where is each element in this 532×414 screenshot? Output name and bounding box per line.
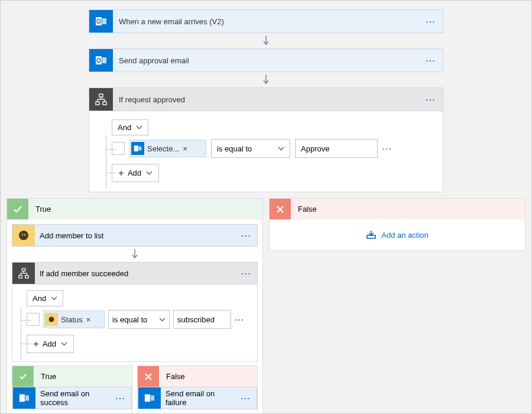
- more-menu[interactable]: ···: [235, 394, 257, 403]
- action-label: Add member to list: [35, 231, 236, 240]
- more-menu[interactable]: ···: [110, 394, 131, 403]
- action-label: Send email on failure: [161, 389, 235, 407]
- chevron-down-icon: [61, 342, 67, 346]
- x-icon: [138, 366, 159, 387]
- chevron-down-icon: [51, 296, 57, 300]
- svg-rect-15: [134, 145, 138, 151]
- operator-label: is equal to: [217, 144, 252, 153]
- add-action-button[interactable]: Add an action: [12, 409, 132, 414]
- chevron-down-icon: [278, 147, 284, 151]
- svg-rect-1: [102, 18, 106, 24]
- add-label: Add: [43, 339, 56, 348]
- svg-rect-23: [25, 276, 28, 279]
- flow-arrow-icon: [261, 33, 271, 48]
- comparison-value-input[interactable]: Approve: [295, 139, 378, 158]
- svg-rect-35: [145, 394, 150, 402]
- more-menu[interactable]: ···: [236, 231, 257, 240]
- action-send-email-success[interactable]: Send email on success ···: [12, 387, 132, 409]
- comparison-operator-dropdown[interactable]: is equal to: [211, 139, 290, 158]
- token-label: Status: [61, 315, 83, 324]
- more-menu[interactable]: ···: [419, 56, 443, 65]
- x-icon: [270, 199, 291, 220]
- trigger-email-arrives[interactable]: O When a new email arrives (V2) ···: [89, 9, 443, 33]
- row-checkbox[interactable]: [112, 142, 125, 155]
- add-label: Add: [128, 169, 141, 177]
- svg-text:O: O: [96, 18, 101, 25]
- mailchimp-icon: [45, 313, 58, 326]
- condition-request-approved[interactable]: If request approved ···: [89, 88, 443, 111]
- logic-label: And: [118, 123, 131, 132]
- logic-operator-dropdown[interactable]: And: [27, 290, 63, 306]
- value-text: subscribed: [177, 315, 215, 324]
- condition-title: If request approved: [113, 95, 419, 104]
- svg-rect-30: [25, 396, 29, 401]
- add-action-icon: [366, 230, 377, 240]
- action-send-email-failure[interactable]: Send email on failure ···: [138, 387, 257, 409]
- operator-label: is equal to: [112, 315, 147, 324]
- svg-rect-29: [20, 394, 25, 402]
- condition-add-member-succeeded[interactable]: If add member succeeded ···: [12, 262, 258, 284]
- branch-false-header: False: [269, 198, 525, 219]
- branch-true-label: True: [41, 372, 56, 381]
- condition-title: If add member succeeded: [35, 269, 236, 278]
- svg-text:O: O: [96, 57, 101, 64]
- outlook-icon: O: [89, 10, 113, 33]
- remove-token-icon[interactable]: ×: [183, 144, 187, 153]
- svg-rect-36: [151, 396, 154, 401]
- svg-rect-22: [19, 276, 22, 279]
- dynamic-token-status[interactable]: Status ×: [43, 310, 105, 328]
- add-row-button[interactable]: + Add: [27, 335, 74, 353]
- row-more-menu[interactable]: ···: [382, 144, 392, 153]
- outlook-icon: [138, 387, 161, 409]
- dynamic-token-selected[interactable]: Selecte... ×: [129, 140, 206, 157]
- trigger-label: When a new email arrives (V2): [113, 17, 419, 26]
- logic-operator-dropdown[interactable]: And: [112, 119, 148, 135]
- logic-label: And: [33, 294, 46, 303]
- action-send-approval[interactable]: O Send approval email ···: [89, 48, 443, 72]
- svg-point-18: [22, 234, 23, 235]
- condition-icon: [12, 263, 35, 284]
- condition-icon: [89, 88, 113, 111]
- svg-rect-21: [22, 269, 25, 271]
- svg-point-28: [49, 317, 54, 322]
- comparison-operator-dropdown[interactable]: is equal to: [108, 310, 170, 329]
- row-more-menu[interactable]: ···: [235, 315, 245, 324]
- svg-point-17: [19, 231, 28, 240]
- add-action-button[interactable]: Add an action: [274, 224, 520, 245]
- more-menu[interactable]: ···: [419, 95, 443, 104]
- flow-arrow-icon: [12, 247, 258, 262]
- add-action-button[interactable]: Add an action: [138, 409, 257, 414]
- value-text: Approve: [301, 144, 329, 153]
- plus-icon: +: [33, 339, 39, 349]
- check-icon: [12, 366, 34, 387]
- row-checkbox[interactable]: [27, 313, 40, 326]
- svg-rect-8: [99, 94, 103, 97]
- outlook-icon: [131, 142, 144, 155]
- add-action-label: Add an action: [381, 231, 429, 240]
- plus-icon: +: [118, 168, 124, 178]
- outlook-icon: [13, 387, 35, 409]
- comparison-value-input[interactable]: subscribed: [173, 310, 231, 329]
- svg-rect-16: [138, 147, 141, 151]
- branch-false-header: False: [137, 366, 258, 387]
- chevron-down-icon: [146, 171, 153, 175]
- action-label: Send approval email: [113, 56, 419, 65]
- more-menu[interactable]: ···: [419, 17, 443, 26]
- chevron-down-icon: [159, 318, 166, 322]
- branch-false-label: False: [298, 205, 317, 214]
- action-label: Send email on success: [35, 389, 110, 407]
- chevron-down-icon: [136, 125, 142, 130]
- branch-false-label: False: [166, 372, 185, 381]
- check-icon: [7, 199, 28, 220]
- action-add-member[interactable]: Add member to list ···: [12, 224, 258, 247]
- token-label: Selecte...: [147, 144, 179, 153]
- branch-true-header: True: [7, 198, 263, 219]
- mailchimp-icon: [12, 225, 35, 246]
- more-menu[interactable]: ···: [236, 269, 257, 278]
- remove-token-icon[interactable]: ×: [86, 315, 91, 324]
- flow-arrow-icon: [261, 72, 271, 88]
- add-row-button[interactable]: + Add: [112, 164, 159, 182]
- branch-true-label: True: [35, 205, 51, 214]
- svg-point-19: [24, 234, 25, 235]
- svg-rect-5: [102, 57, 106, 63]
